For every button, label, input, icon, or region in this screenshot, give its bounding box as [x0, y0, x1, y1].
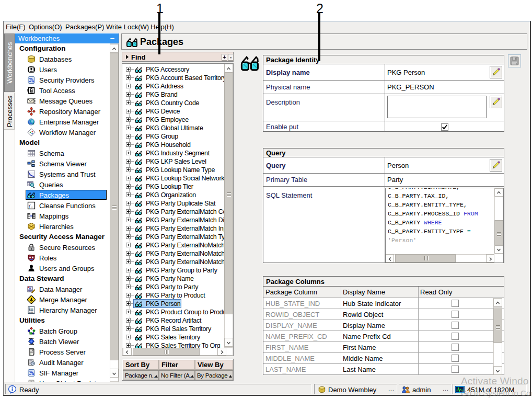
tree-expander-icon[interactable] [126, 226, 131, 231]
workbench-item-process-server[interactable]: Process Server [15, 347, 110, 357]
tree-expander-icon[interactable] [126, 335, 131, 339]
package-tree-item[interactable]: PKG Employee [122, 116, 224, 124]
workbench-item-enterprise-manager[interactable]: Enterprise Manager [15, 117, 110, 127]
package-tree-item[interactable]: PKG Lookup Name Type [122, 166, 224, 174]
tree-expander-icon[interactable] [126, 318, 131, 323]
tree-scroll-up-button[interactable] [224, 64, 233, 73]
tree-expander-icon[interactable] [126, 276, 131, 281]
sort-value-1[interactable]: No Filter (A.. [159, 370, 195, 380]
tree-expander-icon[interactable] [126, 234, 131, 239]
find-expander-icon[interactable] [126, 55, 129, 59]
tree-expander-icon[interactable] [126, 201, 131, 206]
tree-expander-icon[interactable] [126, 92, 131, 97]
package-tree-item[interactable]: PKG Country Code [122, 99, 224, 107]
workbench-item-merge-manager[interactable]: Merge Manager [15, 294, 110, 305]
workbench-item-audit-manager[interactable]: Audit Manager [15, 357, 110, 368]
sql-hscrollbar-thumb[interactable] [395, 254, 456, 263]
read-only-checkbox[interactable] [452, 344, 459, 352]
sql-scroll-left-button[interactable] [386, 254, 394, 263]
package-tree-item[interactable]: PKG Party Group to Party [122, 266, 224, 275]
workbench-item-message-queues[interactable]: Message Queues [15, 96, 110, 106]
sort-value-2[interactable]: By Package [195, 370, 233, 380]
package-tree-item[interactable]: PKG Record Artifact [122, 316, 224, 325]
package-tree-item[interactable]: PKG Account Based Territory [122, 74, 224, 82]
menu-write-lock[interactable]: Write Lock(W) [106, 23, 149, 31]
workbench-item-systems-and-trust[interactable]: Systems and Trust [15, 169, 110, 179]
package-tree-item[interactable]: PKG Party ExternalMatch Col [122, 208, 224, 216]
package-tree-item[interactable]: PKG Global Ultimate [122, 124, 224, 132]
workbench-item-user-object-registry[interactable]: User Object Registry [15, 378, 110, 382]
package-tree-item[interactable]: PKG Brand [122, 90, 224, 99]
tree-scroll-left-button[interactable] [123, 348, 132, 356]
package-tree-item[interactable]: PKG Household [122, 141, 224, 149]
sql-vscrollbar-thumb[interactable] [494, 220, 503, 245]
tree-expander-icon[interactable] [126, 243, 131, 247]
workbench-item-roles[interactable]: Roles [15, 253, 110, 263]
read-only-checkbox[interactable] [452, 333, 459, 341]
tree-expander-icon[interactable] [126, 126, 131, 130]
sql-scroll-up-button[interactable] [494, 188, 503, 197]
collapse-all-button[interactable]: - [228, 54, 234, 61]
tree-expander-icon[interactable] [126, 293, 131, 298]
description-textarea[interactable] [387, 96, 487, 118]
package-tree-item[interactable]: PKG LKP Sales Level [122, 157, 224, 166]
read-only-checkbox[interactable] [452, 355, 459, 363]
package-tree-item[interactable]: PKG Address [122, 82, 224, 90]
enable-put-checkbox[interactable] [441, 123, 448, 132]
tree-expander-icon[interactable] [126, 301, 131, 306]
workbench-item-security-providers[interactable]: Security Providers [15, 75, 110, 85]
pcols-scroll-down-button[interactable] [493, 366, 502, 375]
workbench-item-batch-viewer[interactable]: Batch Viewer [15, 336, 110, 347]
workbench-item-cleanse-functions[interactable]: fxCleanse Functions [15, 200, 110, 211]
read-only-checkbox[interactable] [452, 300, 459, 309]
save-button[interactable] [508, 54, 521, 67]
workbench-item-mappings[interactable]: Mappings [15, 211, 110, 221]
tree-expander-icon[interactable] [126, 284, 131, 289]
package-tree-item[interactable]: PKG Device [122, 107, 224, 116]
workbench-scrollbar-thumb[interactable] [110, 53, 119, 360]
tree-expander-icon[interactable] [126, 151, 131, 155]
tree-expander-icon[interactable] [126, 159, 131, 164]
package-tree-item[interactable]: PKG Group [122, 132, 224, 141]
workbench-item-tool-access[interactable]: Tool Access [15, 85, 110, 96]
menu-options[interactable]: Options(O) [29, 23, 62, 31]
tree-expander-icon[interactable] [126, 326, 131, 331]
workbench-item-databases[interactable]: Databases [15, 54, 110, 64]
package-tree-item[interactable]: PKG Rel Sales Territory [122, 325, 224, 333]
package-tree-item[interactable]: PKG Party Duplicate Stat [122, 199, 224, 208]
package-tree-item[interactable]: PKG Party ExternalMatch Diff [122, 216, 224, 224]
sql-scroll-down-button[interactable] [494, 245, 503, 254]
pcols-scrollbar-thumb[interactable] [493, 307, 502, 343]
find-bar[interactable]: Find [122, 52, 234, 62]
package-tree-item[interactable]: PKG Organization [122, 191, 224, 199]
description-edit-button[interactable] [490, 96, 502, 108]
tree-expander-icon[interactable] [126, 100, 131, 105]
tree-scroll-right-button[interactable] [217, 348, 226, 356]
read-only-checkbox[interactable] [452, 322, 459, 330]
workbench-item-data-manager[interactable]: Data Manager [15, 284, 110, 294]
tree-expander-icon[interactable] [126, 184, 131, 189]
package-tree-item[interactable]: PKG Sales Territory To Org [122, 341, 224, 348]
workbench-item-hierarchies[interactable]: Hierarchies [15, 221, 110, 232]
workbench-item-sif-manager[interactable]: SIF Manager [15, 368, 110, 378]
sort-value-0[interactable]: Package n.. [123, 370, 159, 380]
sql-scroll-right-button[interactable] [486, 254, 494, 263]
tree-expander-icon[interactable] [126, 218, 131, 222]
package-tree-item[interactable]: PKG Party ExternalNoMatch [122, 249, 224, 258]
tree-expander-icon[interactable] [126, 75, 131, 80]
query-edit-button[interactable] [490, 159, 502, 172]
package-tree-item[interactable]: PKG Product Group to Produ [122, 308, 224, 316]
tree-expander-icon[interactable] [126, 67, 131, 72]
package-tree-item[interactable]: PKG Lookup Tier [122, 183, 224, 191]
workbench-item-users-and-groups[interactable]: Users and Groups [15, 263, 110, 273]
tree-expander-icon[interactable] [126, 259, 131, 264]
display-name-edit-button[interactable] [490, 66, 502, 78]
tree-expander-icon[interactable] [126, 117, 131, 122]
tab-processes[interactable]: Processes [4, 93, 15, 130]
tree-expander-icon[interactable] [126, 134, 131, 139]
scroll-up-button[interactable] [110, 44, 119, 53]
package-tree-item[interactable]: PKG Sales Territory [122, 333, 224, 341]
package-tree-item[interactable]: PKG Party ExternalNoMatch [122, 258, 224, 266]
tree-expander-icon[interactable] [126, 176, 131, 180]
package-tree-item[interactable]: PKG Person [122, 300, 224, 308]
